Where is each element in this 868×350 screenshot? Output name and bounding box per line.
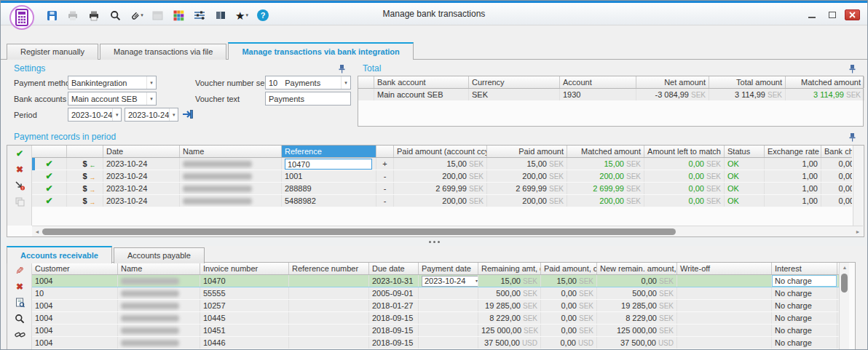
invoice-row[interactable]: 1004104452018-09-158 229,00SEK0,00SEK8 2… — [32, 312, 839, 325]
copy-icon[interactable] — [7, 194, 32, 210]
remaining-amount-cell[interactable]: 500,00SEK — [478, 287, 541, 299]
reject-all-icon[interactable]: ✖ — [7, 162, 32, 178]
reference-cell[interactable]: 288889 — [282, 183, 376, 194]
amount-left-cell[interactable]: 0,00SEK — [644, 170, 725, 182]
interest-cell[interactable]: No charge — [772, 275, 837, 287]
amount-left-cell[interactable]: 0,00SEK — [644, 183, 725, 194]
paid-amount-cell[interactable]: 200,00SEK — [487, 195, 567, 207]
tab-accounts-payable[interactable]: Accounts payable — [114, 247, 205, 263]
exchange-rate-cell[interactable]: 1,00 — [765, 170, 821, 182]
name-cell[interactable] — [118, 300, 200, 311]
status-cell[interactable]: OK — [725, 183, 765, 194]
customer-cell[interactable]: 1004 — [32, 275, 118, 287]
column-header[interactable]: Amount left to match — [644, 146, 725, 157]
date-cell[interactable]: 2023-10-24 — [103, 158, 180, 170]
column-header[interactable]: Reference number — [289, 263, 369, 274]
column-header[interactable]: Paid amount — [487, 146, 567, 157]
column-header[interactable] — [67, 146, 103, 157]
bank-charge-cell[interactable]: 0,00 — [821, 195, 852, 207]
period-from-combo[interactable]: 2023-10-24 ▾ — [68, 108, 122, 122]
close-button[interactable] — [845, 9, 860, 20]
status-cell[interactable]: OK — [725, 170, 765, 182]
row-approved-check-icon[interactable]: ✔ — [32, 170, 67, 182]
chevron-down-icon[interactable]: ▾ — [146, 92, 156, 105]
payment-direction-icon[interactable]: $→ — [67, 183, 103, 194]
invoice-number-cell[interactable]: 10257 — [200, 300, 289, 311]
name-cell[interactable] — [180, 183, 282, 194]
vscroll-thumb[interactable] — [841, 274, 848, 293]
write-off-cell[interactable] — [677, 337, 772, 349]
paid-amount-account-ccy-cell[interactable]: 2 699,99SEK — [394, 183, 487, 194]
paid-amount-account-ccy-cell[interactable]: 200,00SEK — [394, 195, 487, 207]
payment-date-cell[interactable] — [419, 287, 478, 299]
column-header[interactable]: Paid amount (account ccy) — [394, 146, 487, 157]
paid-amount-cell[interactable]: 0,00SEK — [541, 287, 597, 299]
name-cell[interactable] — [118, 287, 200, 299]
maximize-button[interactable] — [824, 9, 840, 20]
payment-date-cell[interactable] — [419, 312, 478, 324]
currency-cell[interactable]: SEK — [469, 89, 560, 100]
interest-cell[interactable]: No charge — [772, 312, 837, 324]
reference-cell[interactable]: 5488982 — [282, 195, 376, 207]
column-header[interactable]: Write-off — [677, 263, 772, 274]
new-remaining-amount-cell[interactable]: 500,00SEK — [597, 287, 677, 299]
payment-date-combo[interactable]: 2023-10-24▾ — [422, 276, 478, 287]
column-header[interactable]: Matched amount — [567, 146, 644, 157]
column-header[interactable]: Matched amount — [786, 76, 864, 88]
chevron-down-icon[interactable]: ▾ — [169, 108, 178, 121]
customer-cell[interactable]: 1004 — [32, 312, 118, 324]
payment-row[interactable]: ✔$←2023-10-2410470+15,00SEK15,00SEK15,00… — [32, 158, 852, 170]
paid-amount-account-ccy-cell[interactable]: 15,00SEK — [394, 158, 487, 170]
date-cell[interactable]: 2023-10-24 — [103, 170, 180, 182]
remaining-amount-cell[interactable]: 125 000,00SEK — [478, 325, 541, 336]
voucher-series-combo[interactable]: 10 Payments ▾ — [265, 76, 351, 90]
due-date-cell[interactable]: 2005-09-01 — [369, 287, 419, 299]
payment-date-cell[interactable] — [419, 300, 478, 311]
reference-number-cell[interactable] — [289, 300, 369, 311]
paid-amount-cell[interactable]: 0,00SEK — [541, 300, 597, 311]
total-pin-icon[interactable] — [848, 64, 856, 73]
tab-register-manually[interactable]: Register manually — [7, 44, 98, 60]
remaining-amount-cell[interactable]: 8 229,00SEK — [478, 312, 541, 324]
exchange-rate-cell[interactable]: 1,00 — [765, 158, 821, 170]
name-cell[interactable] — [118, 275, 200, 287]
interest-cell[interactable]: No charge — [772, 325, 837, 336]
column-header[interactable]: New remain. amount, ccy — [597, 263, 677, 274]
column-header[interactable]: Bank account — [374, 76, 469, 88]
bank-accounts-combo[interactable]: Main account SEB ▾ — [68, 92, 157, 106]
invoice-number-cell[interactable]: 10445 — [200, 312, 289, 324]
redirect-warning-icon[interactable] — [7, 178, 32, 194]
reference-number-cell[interactable] — [289, 325, 369, 336]
invoice-row[interactable]: 1004104702023-10-312023-10-24▾15,00SEK15… — [32, 275, 839, 287]
tab-manage-via-file[interactable]: Manage transactions via file — [100, 44, 226, 60]
column-header[interactable]: Customer — [32, 263, 118, 274]
link-invoice-icon[interactable] — [7, 327, 32, 343]
exchange-rate-cell[interactable]: 1,00 — [765, 183, 821, 194]
reference-number-cell[interactable] — [289, 312, 369, 324]
matched-amount-cell[interactable]: 3 114,99SEK — [786, 89, 864, 100]
voucher-text-input[interactable]: Payments — [265, 92, 351, 106]
column-header[interactable]: Account — [560, 76, 636, 88]
interest-cell[interactable]: No charge — [772, 287, 837, 299]
paid-amount-cell[interactable]: 0,00USD — [541, 337, 597, 349]
due-date-cell[interactable]: 2023-10-31 — [369, 275, 419, 287]
matched-amount-cell[interactable]: 2 699,99SEK — [567, 183, 644, 194]
invoice-row[interactable]: 1004104462018-09-1537 500,00USD0,00USD37… — [32, 337, 839, 349]
account-cell[interactable]: 1930 — [560, 89, 636, 100]
invoice-row[interactable]: 1004102572018-01-2719 285,00SEK0,00SEK19… — [32, 300, 839, 312]
column-header[interactable]: Paid amount, ccy — [541, 263, 597, 274]
column-header[interactable] — [32, 146, 67, 157]
column-header[interactable]: Bank ch — [821, 146, 852, 157]
table-row[interactable]: Main account SEBSEK1930-3 084,99SEK3 114… — [358, 89, 863, 101]
customer-cell[interactable]: 10 — [32, 287, 118, 299]
column-header[interactable]: Due date — [369, 263, 419, 274]
settings-pin-icon[interactable] — [338, 64, 346, 73]
period-to-combo[interactable]: 2023-10-24 ▾ — [125, 108, 178, 122]
new-remaining-amount-cell[interactable]: 19 285,00SEK — [597, 300, 677, 311]
column-header[interactable]: Status — [725, 146, 765, 157]
payment-direction-icon[interactable]: $→ — [67, 195, 103, 207]
name-cell[interactable] — [180, 158, 282, 170]
column-header[interactable]: Exchange rate — [765, 146, 821, 157]
write-off-cell[interactable] — [677, 312, 772, 324]
payment-records-hscrollbar[interactable]: ◄ ► — [32, 226, 863, 236]
